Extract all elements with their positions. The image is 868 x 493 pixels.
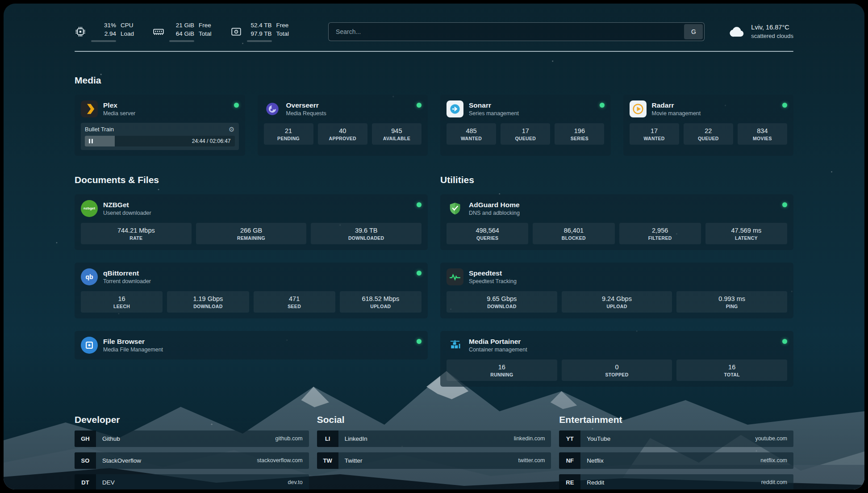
sonarr-icon bbox=[447, 100, 463, 117]
status-indicator bbox=[600, 103, 605, 108]
stat-series: 196 SERIES bbox=[555, 123, 604, 145]
card-qbittorrent[interactable]: qb qBittorrent Torrent downloader 16 LEE… bbox=[75, 263, 428, 318]
service-description: DNS and adblocking bbox=[469, 209, 520, 217]
service-description: Series management bbox=[469, 110, 519, 117]
stat-total: 16 TOTAL bbox=[676, 359, 787, 381]
status-indicator bbox=[417, 103, 421, 108]
search-bar: G bbox=[328, 22, 705, 41]
bookmark-stackoverflow[interactable]: SO StackOverflow stackoverflow.com bbox=[75, 452, 309, 469]
card-portainer[interactable]: Media Portainer Container management 16 … bbox=[440, 331, 793, 387]
stat-download: 1.19 Gbps DOWNLOAD bbox=[167, 291, 249, 313]
bookmark-youtube[interactable]: YT YouTube youtube.com bbox=[559, 430, 793, 447]
bookmark-abbr: YT bbox=[559, 430, 580, 447]
section-title-documents: Documents & Files bbox=[75, 175, 428, 185]
nzbget-icon: nzbget bbox=[81, 200, 98, 217]
section-title-media: Media bbox=[75, 75, 793, 86]
section-media: Media Plex Media server bbox=[75, 75, 793, 156]
memory-label-bottom: Total bbox=[199, 30, 212, 38]
stat-upload: 9.24 Gbps UPLOAD bbox=[562, 291, 672, 313]
service-description: Torrent downloader bbox=[103, 278, 151, 285]
cpu-label-top: CPU bbox=[121, 21, 134, 30]
service-description: Speedtest Tracking bbox=[469, 278, 517, 285]
overseerr-icon bbox=[264, 100, 281, 117]
bookmark-linkedin[interactable]: LI LinkedIn linkedin.com bbox=[317, 430, 551, 447]
card-adguard[interactable]: AdGuard Home DNS and adblocking 498,564 … bbox=[440, 194, 793, 250]
disk-usage-bar bbox=[247, 40, 272, 42]
cpu-label-bottom: Load bbox=[121, 30, 134, 38]
stat-available: 945 AVAILABLE bbox=[372, 123, 421, 145]
card-plex[interactable]: Plex Media server Bullet Train ⚙ bbox=[75, 95, 245, 156]
service-name: qBittorrent bbox=[103, 269, 151, 278]
bookmark-abbr: TW bbox=[317, 452, 338, 469]
card-nzbget[interactable]: nzbget NZBGet Usenet downloader 744.21 M… bbox=[75, 194, 428, 250]
bookmark-url: reddit.com bbox=[761, 479, 793, 485]
bookmark-name: LinkedIn bbox=[338, 435, 367, 442]
disk-drive-icon bbox=[230, 26, 242, 38]
service-description: Media File Management bbox=[103, 346, 163, 353]
service-name: Speedtest bbox=[469, 269, 517, 278]
memory-free: 21 GiB bbox=[176, 21, 194, 30]
memory-label-top: Free bbox=[199, 21, 212, 30]
status-indicator bbox=[782, 103, 787, 108]
service-name: Media Portainer bbox=[469, 337, 527, 346]
card-filebrowser[interactable]: File Browser Media File Management bbox=[75, 331, 428, 359]
stat-seed: 471 SEED bbox=[254, 291, 335, 313]
section-title-utilities: Utilities bbox=[440, 175, 793, 185]
service-name: Plex bbox=[103, 101, 135, 110]
service-name: Radarr bbox=[652, 101, 701, 110]
bookmark-name: StackOverflow bbox=[96, 457, 141, 464]
bookmark-url: github.com bbox=[275, 435, 309, 442]
weather-condition: scattered clouds bbox=[751, 32, 793, 40]
bookmark-dev[interactable]: DT DEV dev.to bbox=[75, 474, 309, 489]
card-speedtest[interactable]: Speedtest Speedtest Tracking 9.65 Gbps D… bbox=[440, 263, 793, 318]
pause-icon[interactable] bbox=[89, 139, 93, 143]
memory-ram-icon bbox=[153, 26, 164, 38]
stat-ping: 0.993 ms PING bbox=[676, 291, 787, 313]
status-indicator bbox=[782, 339, 787, 344]
card-overseerr[interactable]: Overseerr Media Requests 21 PENDING 40 A… bbox=[258, 95, 428, 156]
bookmark-twitter[interactable]: TW Twitter twitter.com bbox=[317, 452, 551, 469]
stat-download: 9.65 Gbps DOWNLOAD bbox=[447, 291, 557, 313]
stat-wanted: 17 WANTED bbox=[630, 123, 679, 145]
gear-icon[interactable]: ⚙ bbox=[229, 126, 234, 133]
search-provider-button[interactable]: G bbox=[684, 24, 703, 39]
stat-downloaded: 39.6 TB DOWNLOADED bbox=[311, 223, 421, 244]
bookmark-abbr: SO bbox=[75, 452, 96, 469]
bookmark-name: Twitter bbox=[338, 457, 363, 464]
bookmark-url: linkedin.com bbox=[514, 435, 551, 442]
section-documents: Documents & Files nzbget NZBGet Usenet d… bbox=[75, 175, 428, 359]
cpu-widget: 31% 2.94 CPU Load bbox=[75, 21, 134, 42]
bookmark-netflix[interactable]: NF Netflix netflix.com bbox=[559, 452, 793, 469]
dashboard: 31% 2.94 CPU Load 21 GiB bbox=[4, 4, 864, 489]
card-sonarr[interactable]: Sonarr Series management 485 WANTED 17 Q… bbox=[440, 95, 611, 156]
weather-widget: Lviv, 16.87°C scattered clouds bbox=[729, 23, 793, 40]
disk-widget: 52.4 TB 97.9 TB Free Total bbox=[230, 21, 289, 42]
stat-rate: 744.21 Mbps RATE bbox=[81, 223, 192, 244]
status-indicator bbox=[782, 202, 787, 207]
cpu-percent: 31% bbox=[104, 21, 116, 30]
bookmark-abbr: RE bbox=[559, 474, 580, 489]
disk-total: 97.9 TB bbox=[251, 30, 272, 38]
stat-blocked: 86,401 BLOCKED bbox=[533, 223, 614, 244]
card-radarr[interactable]: Radarr Movie management 17 WANTED 22 QUE… bbox=[623, 95, 794, 156]
bookmark-reddit[interactable]: RE Reddit reddit.com bbox=[559, 474, 793, 489]
bookmark-github[interactable]: GH Github github.com bbox=[75, 430, 309, 447]
service-name: File Browser bbox=[103, 337, 163, 346]
memory-total: 64 GiB bbox=[176, 30, 194, 38]
status-indicator bbox=[417, 202, 421, 207]
service-name: AdGuard Home bbox=[469, 201, 520, 209]
bookmark-url: netflix.com bbox=[760, 457, 793, 464]
stat-filtered: 2,956 FILTERED bbox=[619, 223, 701, 244]
status-indicator bbox=[234, 103, 239, 108]
bookmarks-entertainment: Entertainment YT YouTube youtube.com NF … bbox=[559, 414, 793, 489]
now-playing-title: Bullet Train bbox=[85, 126, 114, 133]
playback-time: 24:44 / 02:06:47 bbox=[192, 138, 231, 144]
stat-approved: 40 APPROVED bbox=[318, 123, 367, 145]
stat-latency: 47.569 ms LATENCY bbox=[705, 223, 787, 244]
portainer-icon bbox=[447, 337, 463, 354]
stat-queued: 17 QUEUED bbox=[501, 123, 550, 145]
search-input[interactable] bbox=[330, 28, 684, 35]
service-description: Media Requests bbox=[286, 110, 326, 117]
memory-usage-bar bbox=[169, 40, 194, 42]
memory-widget: 21 GiB 64 GiB Free Total bbox=[153, 21, 212, 42]
